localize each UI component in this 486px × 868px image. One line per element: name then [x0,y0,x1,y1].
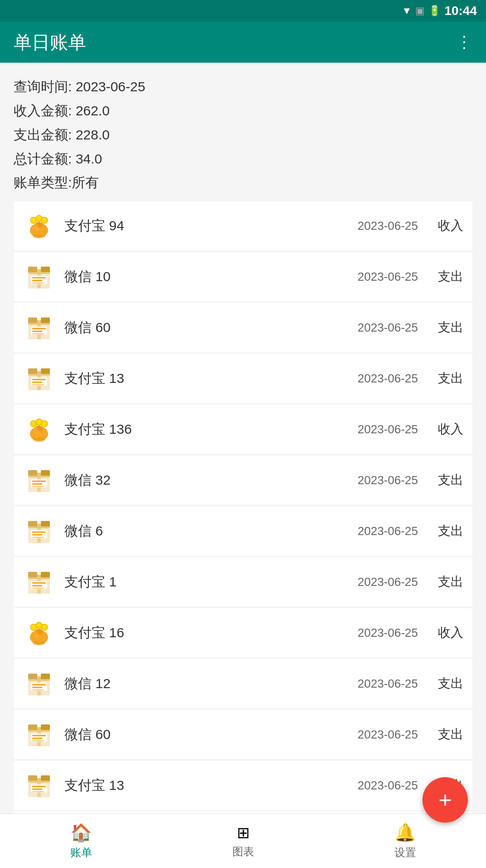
transaction-icon [23,718,55,751]
transaction-platform: 支付宝 1 [64,573,336,591]
transaction-row[interactable]: 支付宝 1 2023-06-25 支出 [14,557,472,606]
more-options-icon[interactable]: ⋮ [456,33,472,52]
svg-rect-28 [32,331,42,332]
transaction-right: 2023-06-25 支出 [336,573,463,590]
transaction-type: 支出 [436,726,463,743]
svg-point-9 [33,234,45,238]
summary-section: 查询时间: 2023-06-25 收入金额: 262.0 支出金额: 228.0… [14,76,472,192]
nav-bills-label: 账单 [70,845,92,860]
bill-type: 账单类型:所有 [14,174,472,192]
svg-rect-113 [28,775,37,781]
transaction-row[interactable]: 支付宝 16 2023-06-25 收入 [14,608,472,657]
svg-rect-29 [32,333,44,334]
svg-point-49 [33,437,45,442]
transaction-row[interactable]: 微信 12 2023-06-25 支出 [14,659,472,708]
transaction-date: 2023-06-25 [336,524,418,538]
svg-rect-67 [32,531,46,533]
svg-rect-77 [32,582,46,584]
home-icon: 🏠 [70,823,92,843]
transaction-platform: 微信 6 [64,522,336,541]
transaction-date: 2023-06-25 [336,473,418,487]
transaction-date: 2023-06-25 [336,270,418,284]
transaction-icon [23,209,55,242]
svg-rect-109 [32,740,44,741]
transaction-right: 2023-06-25 支出 [336,522,463,540]
svg-rect-114 [41,775,50,781]
svg-point-46 [38,420,40,422]
transaction-right: 2023-06-25 支出 [336,268,463,285]
transaction-row[interactable]: 支付宝 136 2023-06-25 收入 [14,405,472,454]
transaction-row[interactable]: 支付宝 13 2023-06-25 支出 [14,761,472,810]
transaction-right: 2023-06-25 支出 [336,726,463,743]
chart-icon: ⊞ [237,823,250,842]
transaction-icon [23,362,55,395]
svg-rect-94 [41,674,50,679]
svg-rect-98 [32,687,42,688]
svg-rect-73 [28,572,37,577]
nav-settings-label: 设置 [394,845,416,860]
transaction-row[interactable]: 支付宝 13 2023-06-25 支出 [14,354,472,403]
transaction-row[interactable]: 微信 60 2023-06-25 支出 [14,710,472,759]
transaction-row[interactable]: 微信 60 2023-06-25 支出 [14,303,472,352]
expense-amount: 支出金额: 228.0 [14,124,472,145]
transaction-date: 2023-06-25 [336,575,418,589]
svg-rect-14 [41,267,50,272]
transaction-right: 2023-06-25 支出 [336,370,463,387]
transaction-platform: 支付宝 13 [64,369,336,388]
svg-rect-38 [32,382,42,383]
transaction-date: 2023-06-25 [336,372,418,386]
svg-rect-78 [32,585,42,586]
transaction-info: 支付宝 16 [64,624,336,642]
transaction-info: 支付宝 13 [64,776,336,795]
svg-point-85 [33,625,34,627]
svg-rect-107 [32,735,46,736]
app-title: 单日账单 [14,30,86,55]
svg-rect-13 [28,267,37,272]
svg-rect-54 [41,470,50,476]
app-bar: 单日账单 ⋮ [0,22,486,63]
svg-rect-58 [32,483,42,485]
transaction-row[interactable]: 微信 10 2023-06-25 支出 [14,252,472,301]
query-time: 查询时间: 2023-06-25 [14,76,472,97]
svg-point-86 [38,624,40,625]
svg-rect-59 [32,486,44,487]
transaction-row[interactable]: 微信 32 2023-06-25 支出 [14,456,472,505]
svg-point-45 [33,422,34,424]
nav-charts[interactable]: ⊞ 图表 [232,823,254,859]
battery-icon: 🔋 [428,5,441,17]
svg-rect-24 [41,317,50,323]
transaction-list: 支付宝 94 2023-06-25 收入 微信 10 20 [14,201,472,868]
svg-point-48 [34,427,39,435]
svg-rect-17 [32,277,46,278]
transaction-icon [23,565,55,598]
svg-rect-117 [32,786,46,787]
transaction-row[interactable]: 支付宝 94 2023-06-25 收入 [14,201,472,250]
svg-point-88 [34,631,39,638]
transaction-icon [23,311,55,344]
svg-rect-97 [32,684,46,685]
transaction-platform: 微信 60 [64,725,336,744]
transaction-type: 支出 [436,471,463,489]
transaction-info: 微信 60 [64,318,336,337]
status-icons: ▼ ▣ 🔋 10:44 [402,4,477,18]
transaction-date: 2023-06-25 [336,779,418,793]
svg-rect-19 [32,283,44,283]
transaction-info: 微信 6 [64,522,336,541]
nav-settings[interactable]: 🔔 设置 [394,823,416,860]
transaction-right: 2023-06-25 支出 [336,471,463,489]
svg-rect-39 [32,384,44,385]
transaction-right: 2023-06-25 收入 [336,217,463,234]
svg-rect-18 [32,280,42,281]
transaction-platform: 支付宝 136 [64,420,336,439]
svg-rect-104 [41,724,50,730]
transaction-row[interactable]: 微信 6 2023-06-25 支出 [14,506,472,556]
svg-rect-103 [28,724,37,730]
transaction-icon [23,413,55,446]
svg-point-89 [33,641,45,645]
add-transaction-button[interactable]: + [422,777,468,823]
svg-rect-118 [32,789,42,790]
transaction-type: 支出 [436,522,463,540]
transaction-icon [23,515,55,547]
nav-bills[interactable]: 🏠 账单 [70,823,92,860]
svg-point-5 [33,218,34,220]
